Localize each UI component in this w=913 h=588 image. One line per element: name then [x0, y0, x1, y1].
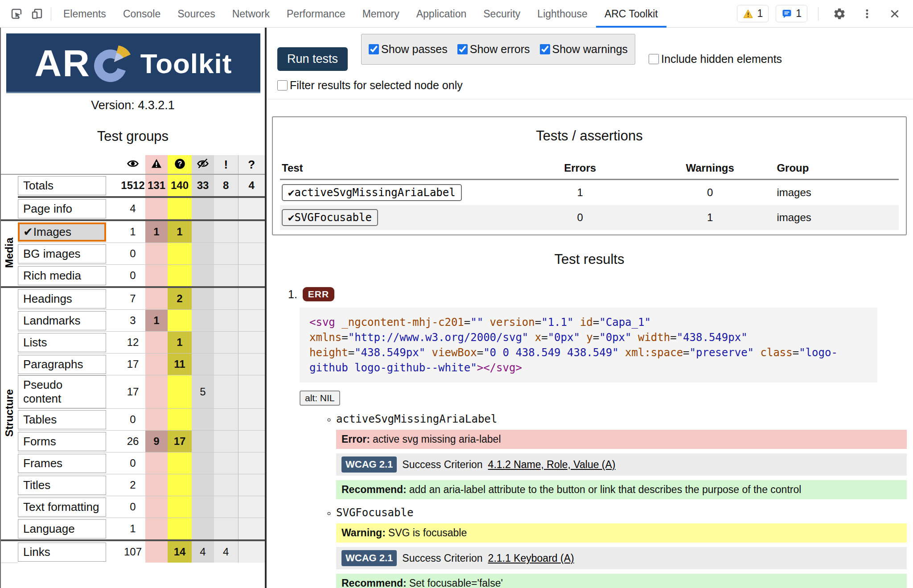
close-icon[interactable] — [884, 4, 905, 24]
count-vis-paragraphs[interactable]: 17 — [120, 354, 145, 375]
tab-performance[interactable]: Performance — [278, 0, 354, 28]
show-passes-input[interactable] — [369, 44, 379, 54]
col-header-eye-slash-icon — [192, 155, 214, 174]
test-group-button-landmarks[interactable]: Landmarks — [18, 311, 106, 330]
test-group-button-lists[interactable]: Lists — [18, 333, 106, 352]
test-group-button-rich-media[interactable]: Rich media — [18, 266, 106, 285]
alt-nil-chip[interactable]: alt: NIL — [300, 391, 340, 406]
tab-sources[interactable]: Sources — [169, 0, 223, 28]
show-warnings-input[interactable] — [540, 44, 550, 54]
test-group-button-language[interactable]: Language — [18, 519, 106, 539]
count-vis-totals[interactable]: 1512 — [120, 174, 145, 197]
tab-network[interactable]: Network — [224, 0, 278, 28]
run-tests-button[interactable]: Run tests — [277, 47, 348, 71]
count-warn-lists[interactable]: 1 — [168, 332, 192, 354]
show-warnings-checkbox[interactable]: Show warnings — [540, 43, 628, 56]
count-hid-frames — [192, 452, 214, 474]
tab-console[interactable]: Console — [115, 0, 169, 28]
count-vis-headings[interactable]: 7 — [120, 287, 145, 310]
count-vis-language[interactable]: 1 — [120, 518, 145, 541]
row-label-cell: Paragraphs — [18, 354, 120, 375]
count-err-landmarks[interactable]: 1 — [145, 310, 168, 332]
count-vis-images[interactable]: 1 — [120, 220, 145, 243]
device-toolbar-icon[interactable] — [27, 4, 47, 24]
count-hid-totals[interactable]: 33 — [192, 174, 214, 197]
tab-lighthouse[interactable]: Lighthouse — [529, 0, 596, 28]
count-q-landmarks — [238, 310, 265, 332]
include-hidden-input[interactable] — [649, 54, 659, 64]
count-vis-forms[interactable]: 26 — [120, 431, 145, 452]
count-warn-links[interactable]: 14 — [168, 540, 192, 563]
assertion-button-activesvgmissingarialabel[interactable]: ✔activeSvgMissingAriaLabel — [282, 184, 462, 201]
count-vis-page-info[interactable]: 4 — [120, 197, 145, 220]
finding-activesvgmissingarialabel: activeSvgMissingAriaLabelError:active sv… — [336, 413, 907, 499]
test-group-button-forms[interactable]: Forms — [18, 432, 106, 451]
test-group-button-totals[interactable]: Totals — [18, 176, 106, 195]
test-group-button-paragraphs[interactable]: Paragraphs — [18, 355, 106, 374]
count-warn-images[interactable]: 1 — [168, 220, 192, 243]
count-vis-tables[interactable]: 0 — [120, 409, 145, 431]
count-vis-pseudo-content[interactable]: 17 — [120, 375, 145, 409]
count-hid-links[interactable]: 4 — [192, 540, 214, 563]
tab-elements[interactable]: Elements — [55, 0, 115, 28]
message-count-badge[interactable]: 1 — [776, 5, 807, 22]
tab-memory[interactable]: Memory — [354, 0, 408, 28]
count-warn-forms[interactable]: 17 — [168, 431, 192, 452]
count-q-paragraphs — [238, 354, 265, 375]
filter-selected-node-checkbox[interactable]: Filter results for selected node only — [277, 79, 907, 92]
inspect-element-icon[interactable] — [6, 4, 27, 24]
test-group-label: Links — [23, 545, 50, 559]
test-group-button-tables[interactable]: Tables — [18, 410, 106, 429]
test-group-button-headings[interactable]: Headings — [18, 289, 106, 308]
count-err-totals[interactable]: 131 — [145, 174, 168, 197]
count-q-tables — [238, 409, 265, 431]
count-ex-language — [214, 518, 238, 541]
count-warn-headings[interactable]: 2 — [168, 287, 192, 310]
kebab-menu-icon[interactable] — [857, 4, 877, 24]
count-vis-titles[interactable]: 2 — [120, 474, 145, 496]
count-ex-links[interactable]: 4 — [214, 540, 238, 563]
include-hidden-checkbox[interactable]: Include hidden elements — [649, 53, 782, 66]
devtools-toolbar: ElementsConsoleSourcesNetworkPerformance… — [0, 0, 913, 28]
settings-gear-icon[interactable] — [829, 4, 850, 24]
test-group-button-titles[interactable]: Titles — [18, 476, 106, 495]
count-ex-totals[interactable]: 8 — [214, 174, 238, 197]
count-vis-text-formatting[interactable]: 0 — [120, 496, 145, 518]
tab-security[interactable]: Security — [475, 0, 529, 28]
finding-name: SVGFocusable — [336, 506, 907, 519]
count-ex-lists — [214, 332, 238, 354]
test-group-button-bg-images[interactable]: BG images — [18, 244, 106, 263]
show-errors-input[interactable] — [457, 44, 468, 54]
assertion-group: images — [775, 180, 899, 206]
assertion-button-svgfocusable[interactable]: ✔SVGFocusable — [282, 209, 378, 226]
count-vis-lists[interactable]: 12 — [120, 332, 145, 354]
test-group-button-frames[interactable]: Frames — [18, 454, 106, 473]
count-vis-links[interactable]: 107 — [120, 540, 145, 563]
warning-count-badge[interactable]: 1 — [737, 5, 769, 22]
show-passes-checkbox[interactable]: Show passes — [369, 43, 448, 56]
count-warn-totals[interactable]: 140 — [168, 174, 192, 197]
count-vis-landmarks[interactable]: 3 — [120, 310, 145, 332]
tab-application[interactable]: Application — [408, 0, 475, 28]
count-hid-pseudo-content[interactable]: 5 — [192, 375, 214, 409]
warning-triangle-icon — [743, 8, 753, 19]
count-err-tables — [145, 409, 168, 431]
filter-selected-node-input[interactable] — [277, 80, 288, 90]
count-err-images[interactable]: 1 — [145, 220, 168, 243]
tab-arc-toolkit[interactable]: ARC Toolkit — [596, 0, 666, 28]
success-criterion-link[interactable]: 2.1.1 Keyboard (A) — [488, 552, 574, 564]
count-err-forms[interactable]: 9 — [145, 431, 168, 452]
show-errors-checkbox[interactable]: Show errors — [457, 43, 530, 56]
count-vis-rich-media[interactable]: 0 — [120, 265, 145, 288]
finding-svgfocusable: SVGFocusableWarning:SVG is focusableWCAG… — [336, 506, 907, 588]
test-group-button-images[interactable]: ✔Images — [18, 222, 106, 242]
test-group-button-links[interactable]: Links — [18, 543, 106, 562]
count-q-totals[interactable]: 4 — [238, 174, 265, 197]
test-group-button-pseudo-content[interactable]: Pseudo content — [18, 375, 106, 408]
test-group-button-page-info[interactable]: Page info — [18, 199, 106, 218]
count-warn-paragraphs[interactable]: 11 — [168, 354, 192, 375]
success-criterion-link[interactable]: 4.1.2 Name, Role, Value (A) — [488, 459, 616, 471]
count-vis-frames[interactable]: 0 — [120, 452, 145, 474]
test-group-button-text-formatting[interactable]: Text formatting — [18, 498, 106, 517]
count-vis-bg-images[interactable]: 0 — [120, 243, 145, 265]
